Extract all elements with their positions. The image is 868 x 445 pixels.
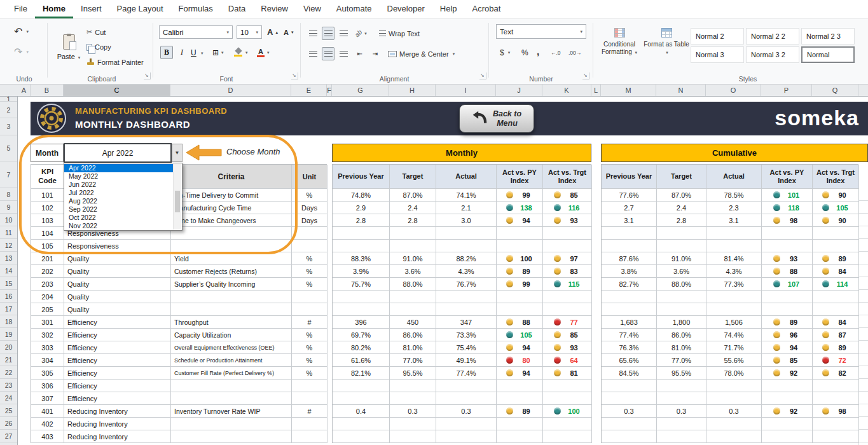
- cumulative-value-cell[interactable]: 3.6%: [657, 265, 706, 278]
- cumulative-value-cell[interactable]: 87.0%: [657, 189, 706, 202]
- menu-tab-page-layout[interactable]: Page Layout: [109, 0, 171, 18]
- cumulative-value-cell[interactable]: [602, 303, 657, 316]
- monthly-value-cell[interactable]: [333, 227, 390, 240]
- criteria-cell[interactable]: Customer Fill Rate (Perfect Delivery %): [171, 367, 292, 380]
- cumulative-value-cell[interactable]: [602, 418, 657, 430]
- menu-tab-formulas[interactable]: Formulas: [171, 0, 221, 18]
- conditional-formatting-button[interactable]: Conditional Formatting ▾: [596, 24, 642, 72]
- monthly-value-cell[interactable]: 82.1%: [333, 367, 390, 380]
- monthly-value-cell[interactable]: [390, 240, 436, 252]
- align-bottom-button[interactable]: [337, 27, 350, 40]
- cumulative-value-cell[interactable]: 77.3%: [706, 278, 762, 291]
- monthly-value-cell[interactable]: 91.0%: [390, 252, 436, 265]
- monthly-value-cell[interactable]: 3.6%: [390, 265, 436, 278]
- kpi-code-cell[interactable]: 102: [31, 202, 64, 214]
- cumulative-value-cell[interactable]: [706, 291, 762, 303]
- cumulative-value-cell[interactable]: [657, 227, 706, 240]
- index-cell[interactable]: 99: [497, 189, 543, 202]
- index-cell[interactable]: [813, 392, 859, 405]
- fill-color-button[interactable]: ▾: [233, 46, 249, 59]
- criteria-cell[interactable]: [171, 240, 292, 252]
- row-header-5[interactable]: 5: [0, 135, 17, 161]
- format-painter-button[interactable]: Format Painter: [86, 58, 144, 66]
- index-cell[interactable]: 89: [813, 252, 859, 265]
- index-cell[interactable]: 94: [762, 341, 813, 354]
- criteria-cell[interactable]: [171, 430, 292, 443]
- index-cell[interactable]: [497, 418, 543, 430]
- row-header-3[interactable]: 3: [0, 118, 17, 135]
- style-normal[interactable]: Normal: [801, 46, 855, 63]
- unit-cell[interactable]: #: [292, 405, 327, 418]
- unit-cell[interactable]: %: [292, 265, 327, 278]
- style-normal-2[interactable]: Normal 2: [691, 28, 744, 44]
- criteria-cell[interactable]: Customer Rejects (Returns): [171, 265, 292, 278]
- unit-cell[interactable]: [292, 380, 327, 392]
- index-cell[interactable]: 87: [813, 329, 859, 341]
- cumulative-value-cell[interactable]: 3.8%: [602, 265, 657, 278]
- monthly-value-cell[interactable]: 3.0: [436, 214, 497, 227]
- category-cell[interactable]: Quality: [64, 252, 171, 265]
- kpi-code-cell[interactable]: 204: [31, 291, 64, 303]
- criteria-cell[interactable]: Overall Equipment Effectiveness (OEE): [171, 341, 292, 354]
- style-normal-2-3[interactable]: Normal 2 3: [801, 28, 855, 44]
- index-cell[interactable]: [543, 227, 592, 240]
- category-cell[interactable]: Efficiency: [64, 380, 171, 392]
- kpi-code-cell[interactable]: 201: [31, 252, 64, 265]
- monthly-value-cell[interactable]: [436, 303, 497, 316]
- criteria-cell[interactable]: Throughput: [171, 316, 292, 329]
- menu-tab-file[interactable]: File: [6, 0, 35, 18]
- accounting-format-button[interactable]: $▾: [500, 48, 510, 57]
- index-cell[interactable]: [497, 303, 543, 316]
- kpi-code-cell[interactable]: 403: [31, 430, 64, 443]
- index-cell[interactable]: [497, 291, 543, 303]
- kpi-code-cell[interactable]: 306: [31, 380, 64, 392]
- back-to-menu-button[interactable]: Back to Menu: [459, 104, 534, 133]
- unit-cell[interactable]: [292, 303, 327, 316]
- column-header-G[interactable]: G: [332, 85, 389, 96]
- monthly-value-cell[interactable]: 347: [436, 316, 497, 329]
- index-cell[interactable]: [543, 418, 592, 430]
- monthly-value-cell[interactable]: 77.0%: [390, 354, 436, 367]
- cumulative-value-cell[interactable]: 81.4%: [706, 252, 762, 265]
- cumulative-value-cell[interactable]: 77.4%: [602, 329, 657, 341]
- index-cell[interactable]: 88: [762, 265, 813, 278]
- criteria-cell[interactable]: [171, 392, 292, 405]
- monthly-value-cell[interactable]: 4.3%: [436, 265, 497, 278]
- cumulative-value-cell[interactable]: [706, 240, 762, 252]
- cumulative-value-cell[interactable]: [706, 430, 762, 443]
- monthly-value-cell[interactable]: [436, 227, 497, 240]
- index-cell[interactable]: 72: [813, 354, 859, 367]
- unit-cell[interactable]: [292, 418, 327, 430]
- increase-font-button[interactable]: A▴: [267, 27, 278, 37]
- unit-cell[interactable]: %: [292, 189, 327, 202]
- cumulative-value-cell[interactable]: 95.5%: [657, 367, 706, 380]
- index-cell[interactable]: 118: [762, 202, 813, 214]
- kpi-code-cell[interactable]: 401: [31, 405, 64, 418]
- menu-tab-view[interactable]: View: [296, 0, 329, 18]
- cut-button[interactable]: ✂Cut: [86, 28, 106, 36]
- menu-tab-automate[interactable]: Automate: [329, 0, 380, 18]
- index-cell[interactable]: 93: [762, 252, 813, 265]
- monthly-value-cell[interactable]: [333, 418, 390, 430]
- column-header-N[interactable]: N: [656, 85, 706, 96]
- decrease-indent-button[interactable]: ⇤: [354, 47, 366, 60]
- category-cell[interactable]: Responsiveness: [64, 240, 171, 252]
- unit-cell[interactable]: [292, 392, 327, 405]
- kpi-code-cell[interactable]: 202: [31, 265, 64, 278]
- category-cell[interactable]: Efficiency: [64, 316, 171, 329]
- align-left-button[interactable]: [307, 47, 319, 60]
- menu-tab-help[interactable]: Help: [432, 0, 465, 18]
- index-cell[interactable]: 77: [543, 316, 592, 329]
- index-cell[interactable]: 85: [543, 329, 592, 341]
- index-cell[interactable]: [762, 227, 813, 240]
- category-cell[interactable]: Reducing Inventory: [64, 418, 171, 430]
- row-header-9[interactable]: 9: [0, 201, 17, 214]
- index-cell[interactable]: [762, 303, 813, 316]
- monthly-value-cell[interactable]: 69.7%: [333, 329, 390, 341]
- cumulative-value-cell[interactable]: [706, 392, 762, 405]
- monthly-value-cell[interactable]: [333, 303, 390, 316]
- cumulative-value-cell[interactable]: 65.6%: [602, 354, 657, 367]
- monthly-value-cell[interactable]: 87.0%: [390, 189, 436, 202]
- category-cell[interactable]: Reducing Inventory: [64, 405, 171, 418]
- cumulative-value-cell[interactable]: [602, 392, 657, 405]
